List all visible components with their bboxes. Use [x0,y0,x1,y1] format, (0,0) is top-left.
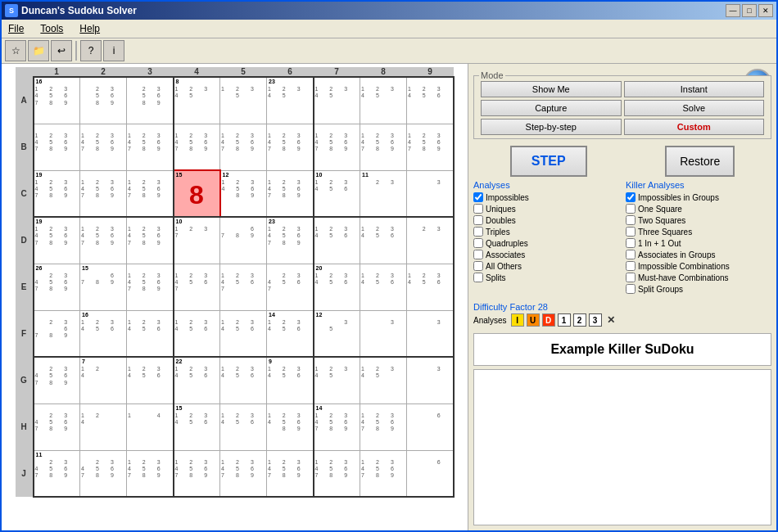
cell-e6[interactable]: 23 456 7 [267,264,314,310]
new-button[interactable]: ☆ [5,40,26,61]
menu-file[interactable]: File [5,21,27,36]
cell-d5[interactable]: 6 789 [220,217,267,264]
cell-c5[interactable]: 12 123 456 89 [220,170,267,217]
checkbox-three-squares-input[interactable] [626,227,636,237]
checkbox-split-groups-input[interactable] [626,284,636,294]
cell-f1[interactable]: 23 6 789 [34,310,80,357]
cell-g6[interactable]: 9 123 456 [267,357,314,404]
cell-f8[interactable]: 3 [360,310,407,357]
checkbox-associates-groups-input[interactable] [626,250,636,259]
cell-g2[interactable]: 7 12 4 [80,357,127,404]
cell-d6[interactable]: 23 123 456 789 [267,217,314,264]
cell-b5[interactable]: 123 456 789 [220,124,267,170]
cell-j8[interactable]: 123 456 789 [360,450,407,497]
checkbox-triples-input[interactable] [473,227,483,237]
cell-d8[interactable]: 123 456 [360,217,407,264]
cell-c4[interactable]: 15 8 [174,170,220,217]
cell-h9[interactable]: 6 [407,404,454,450]
checkbox-1in1out-input[interactable] [626,238,636,248]
cell-b9[interactable]: 123 456 789 [407,124,454,170]
cell-d3[interactable]: 123 456 789 [127,217,174,264]
checkbox-one-square-input[interactable] [626,204,636,214]
menu-help[interactable]: Help [76,21,103,36]
cell-b2[interactable]: 123 456 789 [80,124,127,170]
maximize-button[interactable]: □ [742,4,757,17]
cell-g5[interactable]: 123 456 [220,357,267,404]
menu-tools[interactable]: Tools [37,21,66,36]
cell-a3[interactable]: 23 56 89 [127,77,174,124]
open-button[interactable]: 📁 [28,40,49,61]
checkbox-splits-input[interactable] [473,273,483,282]
cell-a9[interactable]: 123 456 [407,77,454,124]
cell-f6[interactable]: 14 123 456 [267,310,314,357]
cell-b3[interactable]: 123 456 789 [127,124,174,170]
cell-j9[interactable]: 6 [407,450,454,497]
checkbox-must-have-combos-input[interactable] [626,273,636,282]
cell-j6[interactable]: 123 456 789 [267,450,314,497]
cell-j3[interactable]: 123 456 789 [127,450,174,497]
cell-b4[interactable]: 123 456 789 [174,124,220,170]
cell-g9[interactable]: 3 [407,357,454,404]
cell-a2[interactable]: 23 56 89 [80,77,127,124]
cell-j2[interactable]: 23 456 789 [80,450,127,497]
cell-f7[interactable]: 12 3 5 [314,310,360,357]
checkbox-impossibles-groups-input[interactable] [626,192,636,202]
cell-c3[interactable]: 123 456 789 [127,170,174,217]
cell-c9[interactable]: 3 [407,170,454,217]
checkbox-uniques-input[interactable] [473,204,483,214]
cell-j1[interactable]: 11 23 456 789 [34,450,80,497]
cell-h4[interactable]: 15 123 456 [174,404,220,450]
cell-h2[interactable]: 12 4 [80,404,127,450]
cell-a7[interactable]: 123 45 [314,77,360,124]
cell-f3[interactable]: 123 456 [127,310,174,357]
checkbox-two-squares-input[interactable] [626,215,636,225]
cell-d4[interactable]: 10 123 7 [174,217,220,264]
cell-h3[interactable]: 14 [127,404,174,450]
cell-b6[interactable]: 123 456 789 [267,124,314,170]
cell-f5[interactable]: 123 456 [220,310,267,357]
capture-button[interactable]: Capture [481,100,622,116]
cell-c7[interactable]: 10 123 456 [314,170,360,217]
cell-b7[interactable]: 123 456 789 [314,124,360,170]
undo-button[interactable]: ↩ [51,40,72,61]
cell-b1[interactable]: 123 456 789 [34,124,80,170]
checkbox-quadruples-input[interactable] [473,238,483,248]
cell-f9[interactable]: 3 [407,310,454,357]
cell-g1[interactable]: 23 456 789 [34,357,80,404]
cell-j5[interactable]: 123 456 789 [220,450,267,497]
minimize-button[interactable]: — [726,4,740,17]
cell-j4[interactable]: 123 456 789 [174,450,220,497]
cell-c6[interactable]: 123 456 789 [267,170,314,217]
cell-a5[interactable]: 123 5 [220,77,267,124]
checkbox-doubles-input[interactable] [473,215,483,225]
checkbox-impossible-combos-input[interactable] [626,261,636,271]
cell-d1[interactable]: 19 123 456 789 [34,217,80,264]
cell-e5[interactable]: 123 456 7 [220,264,267,310]
cell-a1[interactable]: 16 123 456 789 [34,77,80,124]
cell-a6[interactable]: 23 123 45 [267,77,314,124]
cell-g8[interactable]: 123 45 [360,357,407,404]
cell-b8[interactable]: 123 456 789 [360,124,407,170]
cell-c1[interactable]: 19 123 456 789 [34,170,80,217]
step-by-step-button[interactable]: Step-by-step [481,119,622,135]
cell-f2[interactable]: 16 123 456 [80,310,127,357]
cell-e3[interactable]: 123 456 789 [127,264,174,310]
cell-e1[interactable]: 26 23 456 789 [34,264,80,310]
cell-f4[interactable]: 123 456 [174,310,220,357]
info-button[interactable]: i [103,40,124,61]
cell-h7[interactable]: 14 123 456 789 [314,404,360,450]
show-me-button[interactable]: Show Me [481,81,622,97]
cell-a4[interactable]: 8 123 45 [174,77,220,124]
cell-e7[interactable]: 20 123 456 [314,264,360,310]
cell-h8[interactable]: 123 456 789 [360,404,407,450]
step-button[interactable]: STEP [510,146,587,177]
cell-d7[interactable]: 123 456 [314,217,360,264]
cell-e2[interactable]: 15 6 789 [80,264,127,310]
close-button[interactable]: ✕ [758,4,773,17]
cell-g7[interactable]: 123 45 [314,357,360,404]
cell-h5[interactable]: 123 456 [220,404,267,450]
checkbox-impossibles-input[interactable] [473,192,483,202]
checkbox-associates-input[interactable] [473,250,483,259]
cell-g4[interactable]: 22 123 456 [174,357,220,404]
cell-e8[interactable]: 123 456 [360,264,407,310]
